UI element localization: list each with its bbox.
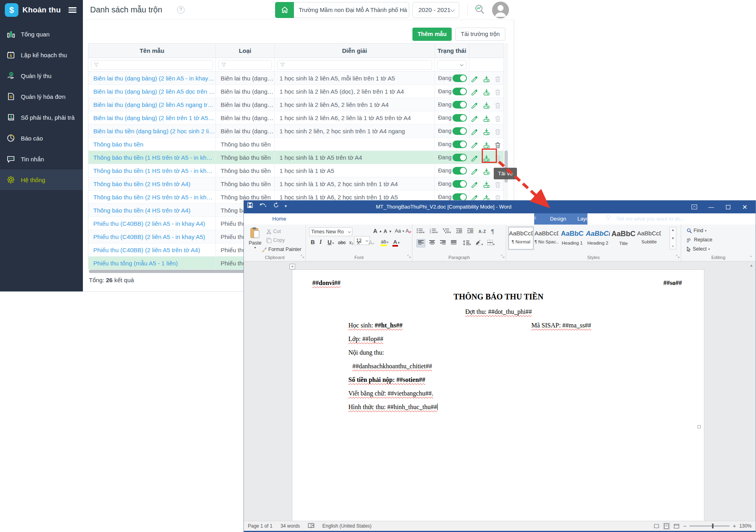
scroll-up-arrow[interactable]: ▲ bbox=[749, 263, 754, 268]
replace-button[interactable]: ab⇄ Replace bbox=[687, 237, 712, 243]
paste-button[interactable]: Paste ▾ bbox=[247, 227, 263, 249]
download-icon[interactable] bbox=[483, 140, 491, 148]
font-family-select[interactable]: Times New Ro bbox=[309, 227, 352, 236]
strikethrough-button[interactable]: abc bbox=[338, 240, 346, 245]
status-toggle[interactable] bbox=[452, 114, 467, 122]
download-icon[interactable] bbox=[483, 100, 491, 108]
menu-toggle-icon[interactable] bbox=[68, 7, 76, 13]
delete-icon[interactable] bbox=[494, 114, 502, 122]
style-card[interactable]: AaBbC Heading 1 bbox=[560, 227, 585, 249]
sidebar-item-so-phai-thu-phai-tra[interactable]: $ Sổ phải thu, phải trả bbox=[0, 107, 83, 128]
add-template-button[interactable]: Thêm mẫu bbox=[412, 28, 452, 41]
status-toggle[interactable] bbox=[452, 88, 467, 95]
zoom-slider-thumb[interactable] bbox=[712, 524, 714, 528]
home-icon[interactable] bbox=[275, 2, 294, 18]
edit-icon[interactable] bbox=[471, 153, 479, 161]
proofing-icon[interactable] bbox=[308, 523, 314, 530]
edit-icon[interactable] bbox=[471, 167, 479, 175]
download-icon[interactable] bbox=[483, 180, 491, 188]
borders-icon[interactable]: ▾ bbox=[487, 240, 495, 247]
edit-icon[interactable] bbox=[471, 100, 479, 108]
cut-button[interactable]: Cut bbox=[266, 229, 281, 234]
help-icon[interactable]: ? bbox=[177, 6, 185, 14]
minimize-icon[interactable]: — bbox=[703, 201, 720, 213]
subscript-button[interactable]: x₂ bbox=[349, 240, 354, 245]
tab-references[interactable]: References bbox=[370, 213, 408, 225]
column-header-ten-mau[interactable]: Tên mẫu bbox=[88, 44, 216, 58]
sidebar-item-quan-ly-thu[interactable]: $ Quản lý thu bbox=[0, 65, 83, 86]
search-chart-icon[interactable] bbox=[473, 3, 486, 16]
bold-button[interactable]: B bbox=[309, 239, 316, 245]
format-painter-button[interactable]: Format Painter bbox=[261, 247, 302, 252]
web-layout-icon[interactable] bbox=[673, 523, 680, 530]
find-button[interactable]: Find▾ bbox=[687, 228, 706, 233]
copy-button[interactable]: Copy bbox=[266, 237, 285, 243]
template-name-link[interactable]: Biên lai thu (dạng bảng) (2 liên A5 dọc … bbox=[88, 85, 216, 98]
template-name-link[interactable]: Phiếu thu (C40BB) (2 liên A5 - in khay A… bbox=[88, 217, 216, 230]
dialog-launcher-icon[interactable] bbox=[676, 253, 680, 259]
align-left-button[interactable] bbox=[416, 239, 425, 247]
school-year-select[interactable]: 2020 - 2021 bbox=[412, 2, 459, 18]
dialog-launcher-icon[interactable] bbox=[301, 253, 304, 259]
font-size-select[interactable]: 12 bbox=[354, 236, 370, 245]
tab-view[interactable]: View bbox=[466, 213, 489, 225]
shrink-font-button[interactable]: A▼ bbox=[384, 229, 392, 234]
tab-layout[interactable]: Layout bbox=[344, 213, 370, 225]
zoom-slider[interactable] bbox=[690, 526, 730, 526]
edit-icon[interactable] bbox=[471, 180, 479, 188]
edit-icon[interactable] bbox=[471, 193, 479, 201]
underline-menu-arrow[interactable]: ▾ bbox=[332, 241, 334, 245]
tab-mailings[interactable]: Mailings bbox=[408, 213, 438, 225]
template-name-link[interactable]: Thông báo thu tiền (1 HS trên tờ A5 - in… bbox=[88, 164, 216, 177]
tell-me-box[interactable]: Tell me what you want to do... bbox=[616, 213, 685, 225]
template-name-link[interactable]: Phiếu thu tổng (mẫu A5 - 1 liên) bbox=[88, 257, 216, 269]
sort-icon[interactable]: A↓Z bbox=[479, 229, 486, 234]
status-toggle[interactable] bbox=[452, 167, 467, 175]
justify-button[interactable] bbox=[450, 239, 458, 247]
download-icon[interactable] bbox=[483, 87, 491, 95]
word-count[interactable]: 34 words bbox=[280, 523, 300, 529]
delete-icon[interactable] bbox=[494, 100, 502, 108]
customize-qat-icon[interactable]: ▾ bbox=[285, 204, 287, 208]
column-header-dien-giai[interactable]: Diễn giải bbox=[275, 44, 435, 58]
school-selector[interactable]: Trường Mầm non Đại Mỗ A Thành phố Hà Nội bbox=[294, 2, 409, 18]
numbering-icon[interactable]: 123▾ bbox=[430, 228, 438, 235]
sign-in-link[interactable]: Sign in bbox=[709, 216, 724, 222]
template-name-link[interactable]: Phiếu thu (C40BB) (2 liên A5 - in khay A… bbox=[88, 230, 216, 243]
delete-icon[interactable] bbox=[494, 140, 502, 148]
download-icon[interactable] bbox=[483, 193, 491, 201]
tab-foxit-reader-pdf[interactable]: Foxit Reader PDF bbox=[489, 213, 542, 225]
sidebar-item-quan-ly-hoa-don[interactable]: Quản lý hóa đơn bbox=[0, 86, 83, 107]
download-icon[interactable] bbox=[483, 74, 491, 82]
table-resize-handle[interactable] bbox=[698, 425, 701, 428]
read-mode-icon[interactable] bbox=[653, 523, 660, 530]
sidebar-item-tin-nhan[interactable]: Tin nhắn bbox=[0, 149, 83, 169]
language-indicator[interactable]: English (United States) bbox=[322, 523, 372, 529]
template-name-link[interactable]: Phiếu thu (C40BB) (2 liên A5 trên tờ A4) bbox=[88, 243, 216, 256]
multilevel-list-icon[interactable]: ▾ bbox=[443, 228, 451, 235]
template-name-link[interactable]: Thông báo thu tiền (1 HS trên tờ A5 - in… bbox=[88, 151, 216, 164]
shading-icon[interactable]: ▾ bbox=[475, 240, 483, 247]
tab-insert[interactable]: Insert bbox=[292, 213, 316, 225]
line-spacing-icon[interactable]: ▾ bbox=[463, 240, 471, 247]
delete-icon[interactable] bbox=[494, 127, 502, 135]
filter-input-name[interactable] bbox=[91, 60, 213, 70]
font-color-button[interactable]: A▾ bbox=[392, 239, 400, 245]
download-icon[interactable] bbox=[483, 114, 491, 122]
status-toggle[interactable] bbox=[452, 74, 467, 82]
template-name-link[interactable]: Thông báo thu tiền (4 HS trên tờ A4) bbox=[88, 204, 216, 217]
template-name-link[interactable]: Biên lai thu (dạng bảng) (2 liên A5 ngan… bbox=[88, 98, 216, 111]
zoom-out-button[interactable]: − bbox=[683, 523, 686, 529]
download-icon[interactable] bbox=[483, 127, 491, 135]
italic-button[interactable]: I bbox=[318, 239, 323, 245]
tab-file[interactable]: File bbox=[244, 213, 267, 225]
edit-icon[interactable] bbox=[471, 87, 479, 95]
sidebar-item-tong-quan[interactable]: Tổng quan bbox=[0, 24, 83, 44]
sidebar-item-he-thong[interactable]: Hệ thống bbox=[0, 169, 83, 190]
change-case-button[interactable]: Aa▾ bbox=[395, 228, 404, 234]
ribbon-display-icon[interactable] bbox=[686, 201, 703, 213]
bullets-icon[interactable]: ▾ bbox=[416, 228, 424, 235]
edit-icon[interactable] bbox=[471, 74, 479, 82]
decrease-indent-icon[interactable] bbox=[456, 228, 462, 235]
sidebar-item-bao-cao[interactable]: Báo cáo bbox=[0, 128, 83, 149]
